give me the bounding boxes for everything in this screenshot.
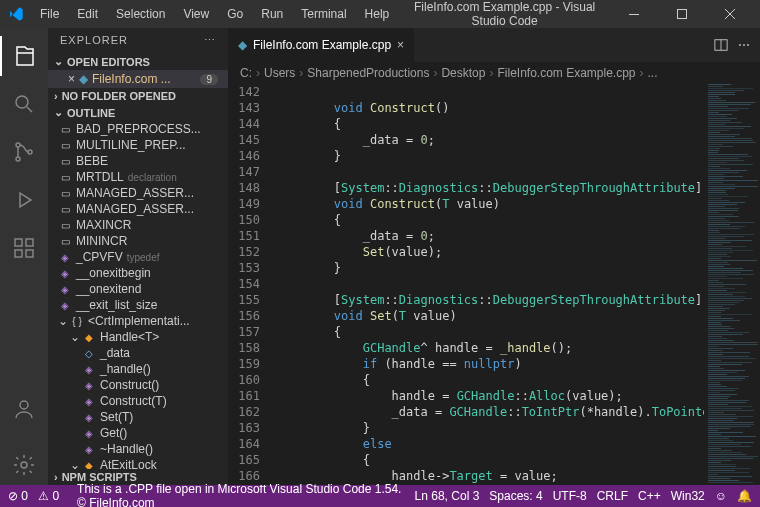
box-icon: ▭	[58, 236, 72, 247]
breadcrumb-segment[interactable]: Users	[264, 66, 295, 80]
code-area[interactable]: 1421431441451461471481491501511521531541…	[228, 84, 760, 485]
menu-selection[interactable]: Selection	[108, 3, 173, 25]
box-icon: ▭	[58, 172, 72, 183]
outline-item[interactable]: ⌄◆Handle<T>	[48, 329, 228, 345]
outline-item[interactable]: ◈_handle()	[48, 361, 228, 377]
tab-actions: ⋯	[704, 28, 760, 62]
cpp-file-icon: ◆	[238, 38, 247, 52]
outline-item[interactable]: ◈_CPVFVtypedef	[48, 249, 228, 265]
cube-icon: ◈	[58, 300, 72, 311]
outline-item[interactable]: ▭MRTDLLdeclaration	[48, 169, 228, 185]
class-icon: ◆	[82, 332, 96, 343]
open-editor-item[interactable]: × ◆ FileInfo.com ... 9	[48, 70, 228, 88]
menu-view[interactable]: View	[175, 3, 217, 25]
sidebar: EXPLORER⋯ ⌄OPEN EDITORS × ◆ FileInfo.com…	[48, 28, 228, 485]
chevron-icon: ⌄	[70, 458, 80, 469]
menu-run[interactable]: Run	[253, 3, 291, 25]
status-message: This is a .CPP file open in Microsoft Vi…	[69, 482, 405, 507]
feedback-icon[interactable]: ☺	[715, 489, 727, 503]
main: EXPLORER⋯ ⌄OPEN EDITORS × ◆ FileInfo.com…	[0, 28, 760, 485]
outline-item[interactable]: ◈Get()	[48, 425, 228, 441]
cube-icon: ◈	[82, 380, 96, 391]
line-gutter: 1421431441451461471481491501511521531541…	[228, 84, 270, 485]
scm-icon[interactable]	[0, 132, 48, 172]
class-icon: ◆	[82, 460, 96, 470]
outline-item[interactable]: ▭MANAGED_ASSER...	[48, 201, 228, 217]
account-icon[interactable]	[0, 389, 48, 429]
menu-go[interactable]: Go	[219, 3, 251, 25]
svg-point-3	[16, 143, 20, 147]
activity-bar	[0, 28, 48, 485]
errors-count[interactable]: ⊘ 0	[8, 489, 28, 503]
more-icon[interactable]: ⋯	[738, 38, 750, 52]
chevron-down-icon: ⌄	[54, 55, 63, 68]
encoding[interactable]: UTF-8	[553, 489, 587, 503]
outline-item[interactable]: ◈~Handle()	[48, 441, 228, 457]
breadcrumb-segment[interactable]: FileInfo.com Example.cpp	[497, 66, 635, 80]
extensions-icon[interactable]	[0, 228, 48, 268]
cube-icon: ◈	[58, 252, 72, 263]
no-folder-header[interactable]: ›NO FOLDER OPENED	[48, 88, 228, 104]
search-icon[interactable]	[0, 84, 48, 124]
minimize-button[interactable]	[612, 0, 656, 28]
outline-item[interactable]: ◈Construct()	[48, 377, 228, 393]
close-icon[interactable]: ×	[397, 38, 404, 52]
cube-icon: ◈	[58, 284, 72, 295]
cube-icon: ◈	[82, 364, 96, 375]
outline-item[interactable]: ⌄◆AtExitLock	[48, 457, 228, 469]
os[interactable]: Win32	[671, 489, 705, 503]
titlebar: FileEditSelectionViewGoRunTerminalHelp F…	[0, 0, 760, 28]
debug-icon[interactable]	[0, 180, 48, 220]
open-editors-header[interactable]: ⌄OPEN EDITORS	[48, 53, 228, 70]
box-icon: ▭	[58, 188, 72, 199]
outline-item[interactable]: ◈__onexitend	[48, 281, 228, 297]
cube-icon: ◈	[82, 444, 96, 455]
settings-icon[interactable]	[0, 445, 48, 485]
menu-terminal[interactable]: Terminal	[293, 3, 354, 25]
svg-rect-7	[15, 250, 22, 257]
minimap[interactable]	[704, 84, 760, 485]
breadcrumb-segment[interactable]: ...	[648, 66, 658, 80]
outline-item[interactable]: ▭MULTILINE_PREP...	[48, 137, 228, 153]
breadcrumb-segment[interactable]: Desktop	[441, 66, 485, 80]
outline-item[interactable]: ▭BAD_PREPROCESS...	[48, 121, 228, 137]
outline-item[interactable]: ⌄{ }<CrtImplementati...	[48, 313, 228, 329]
outline-item[interactable]: ▭MAXINCR	[48, 217, 228, 233]
chevron-down-icon: ⌄	[54, 106, 63, 119]
outline-header[interactable]: ⌄OUTLINE	[48, 104, 228, 121]
menu-edit[interactable]: Edit	[69, 3, 106, 25]
breadcrumb-segment[interactable]: C:	[240, 66, 252, 80]
svg-point-10	[20, 401, 28, 409]
svg-point-2	[16, 96, 28, 108]
menu-help[interactable]: Help	[357, 3, 398, 25]
warnings-count[interactable]: ⚠ 0	[38, 489, 59, 503]
notifications-icon[interactable]: 🔔	[737, 489, 752, 503]
more-icon[interactable]: ⋯	[204, 34, 216, 47]
outline-item[interactable]: ◈__exit_list_size	[48, 297, 228, 313]
eol[interactable]: CRLF	[597, 489, 628, 503]
code-text[interactable]: void Construct() { _data = 0; } [System:…	[270, 84, 704, 485]
tab-active[interactable]: ◆ FileInfo.com Example.cpp ×	[228, 28, 415, 62]
explorer-icon[interactable]	[0, 36, 48, 76]
maximize-button[interactable]	[660, 0, 704, 28]
chevron-right-icon: ›	[54, 471, 58, 483]
close-icon[interactable]: ×	[68, 72, 75, 86]
status-left: ⊘ 0 ⚠ 0	[8, 489, 59, 503]
split-editor-icon[interactable]	[714, 38, 728, 52]
window-title: FileInfo.com Example.cpp - Visual Studio…	[397, 0, 612, 28]
outline-item[interactable]: ◈__onexitbegin	[48, 265, 228, 281]
outline-item[interactable]: ▭BEBE	[48, 153, 228, 169]
indent[interactable]: Spaces: 4	[489, 489, 542, 503]
outline-item[interactable]: ▭MININCR	[48, 233, 228, 249]
cursor-position[interactable]: Ln 68, Col 3	[415, 489, 480, 503]
language-mode[interactable]: C++	[638, 489, 661, 503]
breadcrumb[interactable]: C:›Users›SharpenedProductions›Desktop›Fi…	[228, 62, 760, 84]
close-button[interactable]	[708, 0, 752, 28]
outline-item[interactable]: ◈Set(T)	[48, 409, 228, 425]
menu-file[interactable]: File	[32, 3, 67, 25]
outline-item[interactable]: ◇_data	[48, 345, 228, 361]
cube-icon: ◈	[82, 396, 96, 407]
breadcrumb-segment[interactable]: SharpenedProductions	[307, 66, 429, 80]
outline-item[interactable]: ◈Construct(T)	[48, 393, 228, 409]
outline-item[interactable]: ▭MANAGED_ASSER...	[48, 185, 228, 201]
